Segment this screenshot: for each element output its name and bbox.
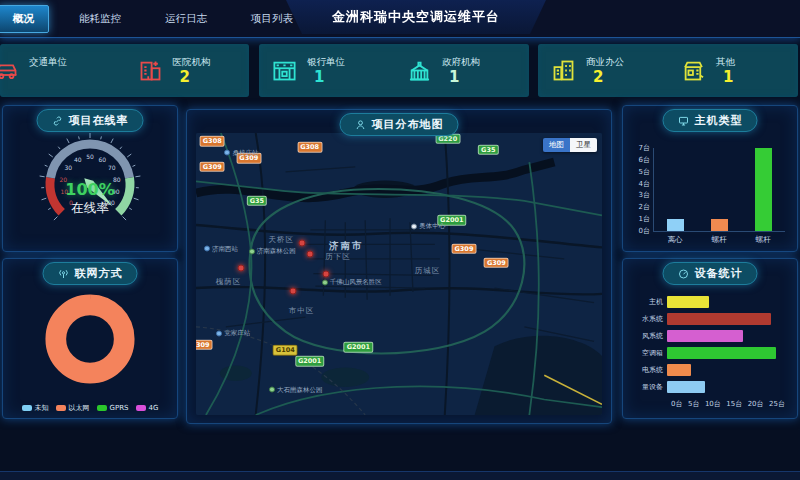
road-badge: G308 <box>200 136 225 147</box>
y-axis-tick: 5台 <box>639 167 650 177</box>
nav-tab[interactable]: 运行日志 <box>151 6 221 32</box>
x-axis-tick: 10台 <box>705 399 721 409</box>
legend-swatch <box>97 405 107 411</box>
svg-text:70: 70 <box>108 164 116 171</box>
page-title: 金洲科瑞中央空调运维平台 <box>286 0 546 33</box>
panel-title: 联网方式 <box>75 266 123 281</box>
hbar-track <box>667 296 785 308</box>
x-axis-tick: 15台 <box>726 399 742 409</box>
legend-item[interactable]: 4G <box>136 403 159 413</box>
stat-card-value: 1 <box>442 70 480 85</box>
hbar-track <box>667 330 785 342</box>
legend-label: 未知 <box>35 403 49 413</box>
footer-bar <box>0 471 800 480</box>
online-rate-label: 在线率 <box>3 200 177 217</box>
stat-card[interactable]: 银行单位1 <box>259 44 394 97</box>
hbar-row: 空调箱 <box>629 344 785 361</box>
svg-text:50: 50 <box>86 153 94 160</box>
monitor-icon <box>678 115 690 127</box>
poi-label: 济南森林公园 <box>257 247 296 256</box>
bar <box>667 330 743 342</box>
stat-card[interactable]: 政府机构1 <box>394 44 529 97</box>
y-axis-tick: 4台 <box>639 179 650 189</box>
building-icon <box>680 57 707 84</box>
stat-card-group: 银行单位1政府机构1 <box>259 44 529 97</box>
map-type-button[interactable]: 卫星 <box>570 138 597 152</box>
poi-label: 桑梓店站 <box>232 148 258 157</box>
hbar-label: 空调箱 <box>629 348 667 358</box>
panel-title: 主机类型 <box>695 113 743 128</box>
map-marker-layer: 天桥区槐荫区历下区市中区历城区济南市G308G309G309G308G220G3… <box>196 133 602 415</box>
svg-text:60: 60 <box>98 156 106 163</box>
poi-dot-icon <box>269 387 275 393</box>
poi-label: 千佛山风景名胜区 <box>330 278 382 287</box>
x-axis-label: 螺杆 <box>712 235 727 245</box>
panel-header-online-rate: 项目在线率 <box>37 109 144 132</box>
stat-cards-row: 交通单位医院机构2银行单位1政府机构1商业办公2其他1 <box>0 44 800 97</box>
poi-dot-icon <box>249 248 255 254</box>
project-marker[interactable] <box>322 271 329 278</box>
antenna-icon <box>58 268 70 280</box>
legend-label: 以太网 <box>69 403 90 413</box>
stat-card[interactable]: 交通单位 <box>0 44 125 97</box>
legend-item[interactable]: 未知 <box>22 403 49 413</box>
legend-swatch <box>22 405 32 411</box>
panel-device-stats: 设备统计 主机水系统风系统空调箱电系统量设备0台5台10台15台20台25台 <box>622 258 798 419</box>
bank-icon <box>271 57 298 84</box>
stat-card-value <box>29 70 67 85</box>
legend-label: 4G <box>149 404 159 412</box>
poi-marker: 济南森林公园 <box>249 247 296 256</box>
stat-card[interactable]: 商业办公2 <box>538 44 668 97</box>
project-marker[interactable] <box>237 265 244 272</box>
stat-card[interactable]: 医院机构2 <box>125 44 250 97</box>
project-marker[interactable] <box>298 239 305 246</box>
host-type-bars <box>654 148 785 231</box>
app-title-block: 金洲科瑞中央空调运维平台 <box>286 0 546 34</box>
hbar-track <box>667 364 785 376</box>
nav-tab[interactable]: 概况 <box>0 5 49 33</box>
road-badge: G104 <box>273 345 298 356</box>
x-axis-tick: 5台 <box>688 399 699 409</box>
poi-label: 党家庄站 <box>224 329 250 338</box>
stat-card-value: 1 <box>716 70 735 85</box>
panel-header-host-type: 主机类型 <box>663 109 758 132</box>
bar <box>667 219 684 231</box>
poi-dot-icon <box>411 223 417 229</box>
city-label: 济南市 <box>329 239 364 252</box>
hbar-track <box>667 313 785 325</box>
device-stats-rows: 主机水系统风系统空调箱电系统量设备0台5台10台15台20台25台 <box>629 293 785 409</box>
poi-marker: 党家庄站 <box>216 329 250 338</box>
road-badge: G35 <box>247 195 267 206</box>
legend-label: GPRS <box>110 404 129 412</box>
x-axis-ticks: 0台5台10台15台20台25台 <box>671 399 785 409</box>
poi-marker: 桑梓店站 <box>224 148 258 157</box>
hbar-track <box>667 347 785 359</box>
network-donut-wrap <box>3 285 177 393</box>
bar <box>667 381 705 393</box>
map-canvas[interactable]: 天桥区槐荫区历下区市中区历城区济南市G308G309G309G308G220G3… <box>196 133 602 415</box>
legend-item[interactable]: 以太网 <box>56 403 90 413</box>
stat-card-value: 2 <box>586 70 624 85</box>
legend-item[interactable]: GPRS <box>97 403 129 413</box>
road-badge: G35 <box>478 145 498 156</box>
project-marker[interactable] <box>306 251 313 258</box>
government-icon <box>406 57 433 84</box>
panel-online-rate: 项目在线率 0102030405060708090100 100% 在线率 <box>2 105 178 252</box>
project-marker[interactable] <box>290 287 297 294</box>
poi-marker: 千佛山风景名胜区 <box>322 278 382 287</box>
panel-header-device-stats: 设备统计 <box>663 262 758 285</box>
stat-card-group: 交通单位医院机构2 <box>0 44 249 97</box>
car-icon <box>0 57 20 84</box>
district-label: 历城区 <box>415 266 441 276</box>
panel-title: 项目在线率 <box>69 113 129 128</box>
poi-label: 大石崮森林公园 <box>277 385 323 394</box>
nav-tab[interactable]: 能耗监控 <box>65 6 135 32</box>
hbar-row: 风系统 <box>629 327 785 344</box>
stat-card[interactable]: 其他1 <box>668 44 798 97</box>
y-axis-tick: 6台 <box>639 155 650 165</box>
bar <box>755 148 772 231</box>
map-type-button[interactable]: 地图 <box>543 138 570 152</box>
network-donut <box>36 285 144 393</box>
panel-host-type: 主机类型 0台1台2台3台4台5台6台7台 离心螺杆螺杆 <box>622 105 798 252</box>
meter-icon <box>678 268 690 280</box>
